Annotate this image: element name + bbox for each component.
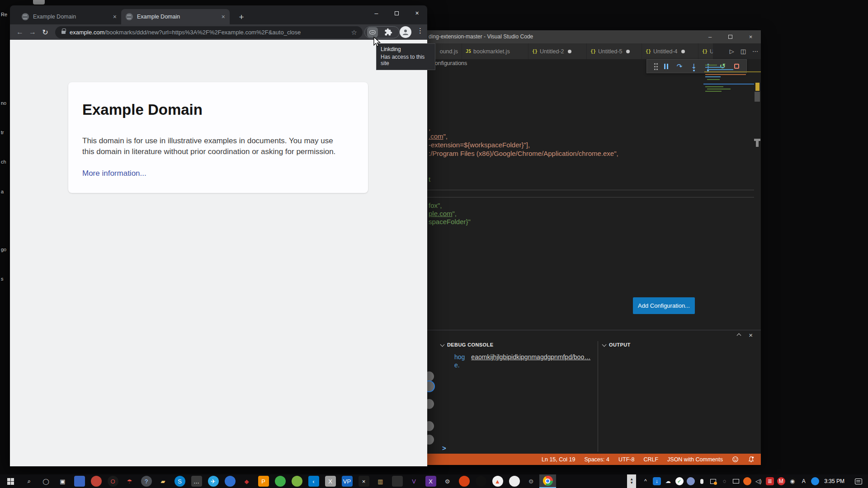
- more-actions-icon[interactable]: ⋯: [752, 48, 758, 55]
- editor-tab[interactable]: {}Untitled-4: [642, 43, 698, 59]
- back-button[interactable]: ←: [14, 27, 25, 38]
- bookmark-star-icon[interactable]: ☆: [351, 28, 357, 37]
- taskbar-clock[interactable]: 3:35 PM: [824, 478, 844, 484]
- debug-console-header[interactable]: DEBUG CONSOLE: [441, 342, 493, 347]
- taskbar-app-mail-app[interactable]: [71, 474, 88, 488]
- unsaved-dot-icon[interactable]: [681, 50, 685, 53]
- taskbar-app-white-app[interactable]: [506, 474, 523, 488]
- taskbar-app-vp-app[interactable]: VP: [339, 474, 355, 488]
- stop-icon[interactable]: [734, 64, 739, 69]
- taskbar-app-vscode[interactable]: ‹: [305, 474, 322, 488]
- address-bar[interactable]: example.com /bookmarks/ddd/new?url=https…: [55, 26, 363, 38]
- tray-obs[interactable]: ◉: [787, 474, 798, 488]
- chrome-close-button[interactable]: ×: [407, 5, 427, 21]
- taskbar-app-ruby-app[interactable]: ◆: [238, 474, 255, 488]
- reload-button[interactable]: ↻: [40, 27, 51, 38]
- console-prompt-icon[interactable]: >: [442, 444, 446, 452]
- chrome-menu-icon[interactable]: ⋮: [417, 27, 424, 35]
- desktop-icon-label[interactable]: a: [1, 189, 4, 194]
- more-information-link[interactable]: More information...: [82, 169, 146, 178]
- taskbar-app-opera[interactable]: O: [104, 474, 121, 488]
- desktop-icon-label[interactable]: Re: [1, 12, 7, 17]
- taskbar-app-brave[interactable]: ▲: [489, 474, 506, 488]
- tray-firefox[interactable]: [741, 474, 753, 488]
- extensions-puzzle-icon[interactable]: [384, 28, 392, 36]
- unsaved-dot-icon[interactable]: [626, 50, 630, 53]
- browser-viewport[interactable]: Example Domain This domain is for use in…: [10, 40, 427, 466]
- tray-profile-circle[interactable]: [685, 474, 696, 488]
- taskbar-app-chat-app[interactable]: …: [188, 474, 205, 488]
- chrome-window[interactable]: + – × Example Domain×Example Domain× ← →…: [10, 5, 427, 466]
- notifications-bell-icon[interactable]: [748, 456, 755, 463]
- taskbar-app-gear2-app[interactable]: ⚙: [523, 474, 539, 488]
- tray-red-stack[interactable]: ≣: [764, 474, 775, 488]
- forward-button[interactable]: →: [27, 27, 38, 38]
- tray-speech-bubble[interactable]: ◌: [719, 474, 730, 488]
- tray-red-m[interactable]: M: [775, 474, 787, 488]
- editor-scrollbar-thumb[interactable]: [755, 92, 760, 102]
- editor-tab[interactable]: {}Untitled-2: [528, 43, 587, 59]
- taskbar-app-red-app[interactable]: [88, 474, 104, 488]
- desktop-icon-label[interactable]: go: [1, 247, 6, 252]
- output-header[interactable]: OUTPUT: [603, 342, 631, 347]
- split-editor-icon[interactable]: ◫: [741, 48, 746, 55]
- tray-display[interactable]: [730, 474, 741, 488]
- lock-icon[interactable]: [61, 31, 66, 34]
- vscode-maximize-button[interactable]: [720, 30, 741, 43]
- console-link[interactable]: eaomkijhjlgbipidkipgnmagdgpnmfpd/boo…: [471, 353, 590, 361]
- tray-blue-sphere[interactable]: [809, 474, 821, 488]
- taskbar-app-cortana[interactable]: ◯: [38, 474, 54, 488]
- taskbar-app-black-x-app[interactable]: ×: [355, 474, 372, 488]
- taskbar-app-visual-studio[interactable]: V: [406, 474, 422, 488]
- code-link[interactable]: .com: [429, 132, 443, 140]
- taskbar-app-blue-app[interactable]: [222, 474, 238, 488]
- panel-close-icon[interactable]: ×: [749, 332, 753, 338]
- taskbar-app-lime-app[interactable]: [288, 474, 305, 488]
- tray-microphone[interactable]: [696, 474, 708, 488]
- editor-tab[interactable]: {}Untitled-5: [587, 43, 642, 59]
- taskbar-app-black-app[interactable]: [472, 474, 489, 488]
- tab-close-icon[interactable]: ×: [222, 13, 225, 20]
- tray-scroll-control[interactable]: ▲▼: [627, 474, 636, 488]
- tray-download-manager[interactable]: ↓: [651, 474, 662, 488]
- taskbar-app-red2-app[interactable]: [456, 474, 472, 488]
- taskbar-app-chrome[interactable]: [539, 474, 556, 488]
- taskbar-app-dark-app[interactable]: [389, 474, 406, 488]
- taskbar-app-search[interactable]: ⌕: [21, 474, 38, 488]
- taskbar-app-umbrella-app[interactable]: ☂: [121, 474, 138, 488]
- code-link[interactable]: ple.com: [429, 210, 453, 217]
- new-tab-button[interactable]: +: [236, 12, 247, 23]
- taskbar-app-task-view[interactable]: ▣: [54, 474, 71, 488]
- desktop-icon-label[interactable]: ch: [1, 159, 6, 164]
- step-into-icon[interactable]: ↓: [691, 64, 697, 69]
- desktop-icon-label[interactable]: tr: [1, 130, 4, 135]
- desktop-icon-label[interactable]: no: [1, 100, 6, 106]
- pause-icon[interactable]: [664, 64, 668, 69]
- panel-split-divider[interactable]: [598, 341, 598, 452]
- console-log-line[interactable]: hogeaomkijhjlgbipidkipgnmagdgpnmfpd/boo…: [454, 353, 590, 361]
- run-icon[interactable]: ▷: [730, 48, 734, 55]
- chrome-maximize-button[interactable]: [387, 5, 407, 21]
- tab-close-icon[interactable]: ×: [113, 13, 117, 20]
- tray-volume[interactable]: ◁): [753, 474, 764, 488]
- status-item[interactable]: JSON with Comments: [667, 456, 723, 463]
- chrome-minimize-button[interactable]: –: [366, 5, 387, 21]
- browser-tab[interactable]: Example Domain×: [17, 9, 121, 24]
- taskbar-app-skype[interactable]: S: [171, 474, 188, 488]
- scroll-down-icon[interactable]: ▼: [630, 481, 633, 485]
- status-item[interactable]: Ln 15, Col 19: [542, 456, 575, 463]
- editor-tab[interactable]: {}U: [698, 43, 713, 59]
- panel-maximize-icon[interactable]: [737, 333, 741, 338]
- vscode-minimize-button[interactable]: –: [700, 30, 720, 43]
- unsaved-dot-icon[interactable]: [568, 50, 571, 53]
- taskbar-app-telegram[interactable]: ✈: [205, 474, 222, 488]
- tray-hidden-icons-chevron[interactable]: ^: [640, 474, 651, 488]
- taskbar-app-shared-folder[interactable]: ▥: [372, 474, 389, 488]
- taskbar-app-help-app[interactable]: ?: [138, 474, 155, 488]
- status-item[interactable]: Spaces: 4: [584, 456, 609, 463]
- desktop-icon-label[interactable]: s: [1, 276, 4, 282]
- tray-screenshare[interactable]: [708, 474, 719, 488]
- taskbar-app-gray-x-app[interactable]: X: [322, 474, 339, 488]
- tray-onedrive[interactable]: ☁: [662, 474, 674, 488]
- taskbar-app-file-explorer[interactable]: ▰: [155, 474, 171, 488]
